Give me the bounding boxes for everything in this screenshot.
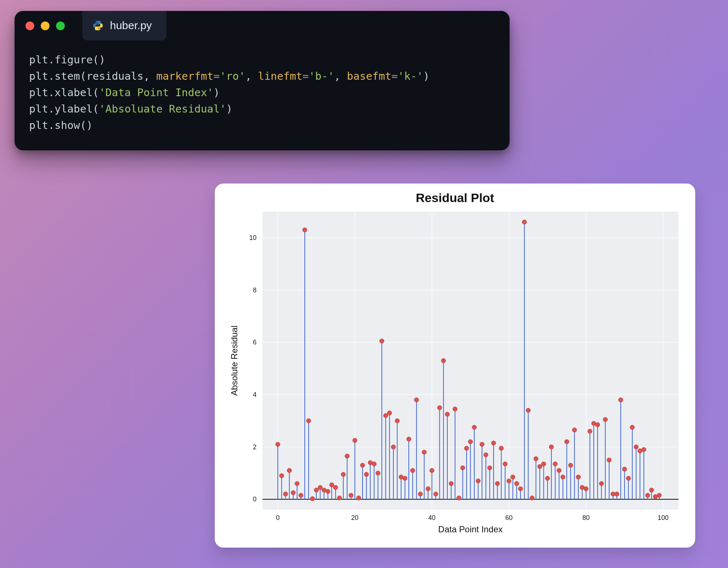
code-string: 'ro' [220,70,245,82]
svg-point-150 [414,398,419,402]
code-line-5: plt.show() [29,119,93,131]
svg-point-137 [364,472,368,477]
code-text: ) [423,70,430,82]
chart-title: Residual Plot [224,191,686,205]
svg-point-202 [614,492,619,496]
svg-text:40: 40 [428,514,436,521]
svg-text:4: 4 [253,391,257,398]
zoom-icon[interactable] [56,21,65,30]
svg-point-185 [549,445,554,449]
filename-label: huber.py [110,19,152,32]
svg-point-130 [337,496,341,500]
code-text: , [245,70,258,82]
svg-point-178 [522,220,526,224]
code-text: , [334,70,347,82]
svg-point-155 [434,492,438,496]
chart-ylabel: Absolute Residual [229,326,239,396]
code-kwarg: basefmt [347,70,391,82]
svg-point-213 [657,493,661,497]
code-kwarg: linefmt [258,70,302,82]
svg-point-164 [468,439,472,444]
code-string: 'Data Point Index' [99,86,213,99]
svg-point-169 [487,466,492,470]
close-icon[interactable] [25,21,34,30]
svg-point-163 [464,446,469,450]
svg-point-206 [630,425,634,429]
chart-canvas: 0204060801000246810Data Point IndexAbsol… [224,207,686,540]
svg-point-147 [403,476,407,481]
svg-point-175 [511,475,515,479]
svg-point-166 [476,479,480,483]
svg-point-173 [503,462,507,466]
svg-point-139 [372,462,376,466]
code-eq: = [213,70,219,82]
svg-point-210 [645,493,650,497]
svg-point-204 [622,467,627,471]
svg-text:8: 8 [253,287,257,294]
svg-text:80: 80 [582,514,590,521]
svg-point-190 [568,463,573,468]
code-kwarg: markerfmt [156,70,213,82]
svg-point-177 [518,486,523,491]
svg-point-187 [557,468,561,473]
stem-plot: 0204060801000246810Data Point IndexAbsol… [224,207,686,540]
svg-point-127 [326,489,330,493]
svg-point-199 [603,417,608,422]
code-line-1: plt.figure() [29,54,106,66]
svg-point-131 [341,472,345,477]
svg-point-123 [310,497,314,501]
svg-point-118 [291,490,295,495]
svg-point-142 [383,413,388,418]
svg-point-143 [387,411,392,415]
code-text: plt.xlabel( [29,86,99,99]
svg-point-198 [599,481,604,486]
svg-point-157 [441,358,446,363]
svg-point-165 [472,425,476,429]
svg-point-121 [302,228,307,232]
svg-point-211 [649,488,654,492]
svg-text:2: 2 [253,443,257,451]
code-area[interactable]: plt.figure() plt.stem(residuals, markerf… [15,41,510,150]
code-string: 'b-' [309,70,334,82]
svg-point-170 [491,441,496,445]
svg-point-184 [545,476,550,481]
svg-point-128 [329,482,334,487]
svg-point-189 [565,439,569,444]
svg-point-149 [410,468,415,473]
code-eq: = [391,70,397,82]
svg-point-203 [618,398,623,402]
svg-point-120 [298,493,303,497]
svg-point-168 [484,453,488,457]
code-editor-window: huber.py plt.figure() plt.stem(residuals… [15,11,510,150]
svg-point-209 [642,447,646,452]
svg-point-152 [422,450,426,454]
svg-point-179 [526,408,530,413]
code-text: plt.stem(residuals, [29,70,156,82]
code-string: 'Absoluate Residual' [99,103,226,115]
svg-point-117 [287,468,292,473]
svg-point-162 [460,466,465,470]
svg-point-134 [353,438,357,442]
svg-point-136 [360,463,365,468]
svg-point-114 [276,442,280,446]
code-text: ) [226,103,232,115]
svg-point-156 [438,406,442,410]
svg-point-116 [283,492,288,496]
svg-point-140 [376,471,380,475]
svg-point-141 [380,339,384,343]
file-tab[interactable]: huber.py [82,11,166,40]
svg-point-205 [626,476,630,481]
svg-point-159 [449,481,453,486]
svg-point-161 [456,496,461,500]
svg-point-188 [561,475,565,479]
svg-point-125 [318,485,322,490]
svg-point-158 [445,412,450,417]
minimize-icon[interactable] [41,21,50,30]
svg-text:0: 0 [276,514,280,521]
code-eq: = [302,70,309,82]
svg-point-148 [407,437,411,441]
code-string: 'k-' [398,70,423,82]
plot-card: Residual Plot 0204060801000246810Data Po… [215,184,695,548]
svg-point-194 [584,486,588,491]
svg-text:10: 10 [249,234,257,241]
